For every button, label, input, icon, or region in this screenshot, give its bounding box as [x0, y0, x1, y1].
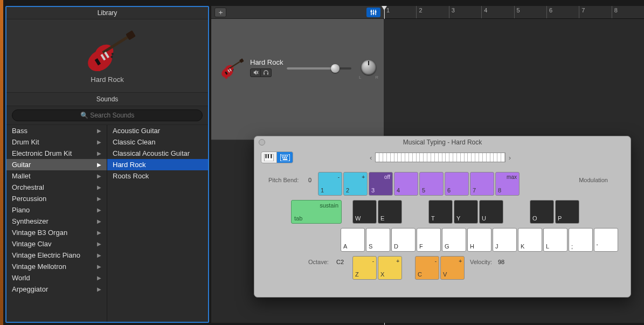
chevron-right-icon: ▶ [97, 286, 101, 292]
pitch-mod-key[interactable]: 7 [470, 172, 494, 196]
ruler-bar[interactable]: 4 [481, 6, 514, 18]
piano-view-button[interactable] [261, 151, 277, 163]
keyboard-range-selector[interactable] [375, 153, 505, 162]
velocity-label: Velocity: [470, 259, 492, 265]
library-title: Library [6, 7, 208, 19]
patch-item[interactable]: Classical Acoustic Guitar [107, 148, 208, 159]
white-key[interactable]: J [493, 228, 517, 252]
pitch-mod-key[interactable]: 4 [394, 172, 418, 196]
ruler-bar[interactable]: 3 [449, 6, 481, 18]
chevron-right-icon: ▶ [97, 173, 101, 179]
category-item[interactable]: Mallet▶ [6, 170, 107, 182]
black-key[interactable]: T [428, 200, 453, 224]
black-key[interactable]: W [352, 200, 377, 224]
category-item[interactable]: Vintage B3 Organ▶ [6, 227, 107, 238]
view-segmented-control[interactable] [261, 151, 293, 163]
solo-button[interactable] [261, 68, 272, 77]
guitar-icon [216, 52, 246, 82]
ruler-bar[interactable]: 1 [384, 6, 416, 18]
velocity-value: 98 [498, 259, 504, 265]
pitch-mod-key[interactable]: 6 [445, 172, 469, 196]
white-key[interactable]: L [543, 228, 567, 252]
white-key[interactable]: ; [569, 228, 593, 252]
sustain-key[interactable]: sustain tab [291, 200, 342, 224]
ruler-bar[interactable]: 8 [612, 6, 644, 18]
category-item[interactable]: Synthesizer▶ [6, 216, 107, 227]
ruler-bar[interactable]: 6 [546, 6, 579, 18]
library-panel: Library Hard Rock Sounds 🔍 Search Sounds… [5, 6, 209, 323]
white-key[interactable]: G [442, 228, 466, 252]
add-track-button[interactable]: ＋ [214, 8, 226, 17]
category-item[interactable]: Percussion▶ [6, 193, 107, 204]
chevron-right-icon: ▶ [97, 264, 101, 269]
category-item[interactable]: Piano▶ [6, 204, 107, 216]
volume-slider[interactable] [287, 67, 351, 70]
white-key[interactable]: D [391, 228, 416, 252]
typing-view-button[interactable] [277, 151, 293, 163]
category-item[interactable]: Arpeggiator▶ [6, 283, 107, 295]
mute-button[interactable] [250, 68, 261, 77]
patch-item[interactable]: Hard Rock [107, 159, 208, 170]
pitch-mod-key[interactable]: max8 [495, 172, 520, 196]
pitch-bend-value: 0 [308, 177, 311, 183]
white-key[interactable]: A [341, 228, 365, 252]
transpose-key[interactable]: +V [440, 256, 465, 280]
search-input[interactable]: 🔍 Search Sounds [12, 109, 203, 121]
ruler-bar[interactable]: 5 [514, 6, 546, 18]
white-key[interactable]: F [417, 228, 441, 252]
range-right-button[interactable]: › [507, 154, 513, 162]
patch-item[interactable]: Acoustic Guitar [107, 125, 208, 136]
category-item[interactable]: Orchestral▶ [6, 182, 107, 193]
chevron-right-icon: ▶ [97, 241, 101, 247]
black-key[interactable]: Y [454, 200, 478, 224]
black-key[interactable]: P [555, 200, 579, 224]
black-key[interactable]: U [479, 200, 503, 224]
octave-key[interactable]: -Z [352, 256, 377, 280]
category-list[interactable]: Bass▶Drum Kit▶Electronic Drum Kit▶Guitar… [6, 125, 107, 322]
white-key[interactable]: K [518, 228, 542, 252]
category-item[interactable]: Electronic Drum Kit▶ [6, 148, 107, 159]
keyboard-icon [280, 154, 290, 161]
pitch-mod-key[interactable]: off3 [369, 172, 393, 196]
octave-label: Octave: [308, 259, 329, 265]
white-key[interactable]: H [467, 228, 491, 252]
pitch-mod-key[interactable]: +2 [343, 172, 368, 196]
range-left-button[interactable]: ‹ [368, 154, 374, 162]
pitch-mod-key[interactable]: 5 [419, 172, 444, 196]
patch-list[interactable]: Acoustic GuitarClassic CleanClassical Ac… [107, 125, 208, 322]
category-item[interactable]: Drum Kit▶ [6, 136, 107, 148]
mixer-toggle-button[interactable] [366, 8, 380, 17]
musical-typing-window[interactable]: Musical Typing - Hard Rock ‹ › Pitch Ben… [254, 136, 631, 298]
white-key[interactable]: S [366, 228, 390, 252]
pitch-mod-key[interactable]: -1 [318, 172, 342, 196]
track-row[interactable]: Hard Rock LR [211, 19, 384, 140]
transpose-key[interactable]: -C [415, 256, 439, 280]
chevron-right-icon: ▶ [97, 275, 101, 281]
black-key[interactable]: O [530, 200, 554, 224]
category-item[interactable]: Bass▶ [6, 125, 107, 136]
patch-item[interactable]: Classic Clean [107, 136, 208, 148]
modulation-label: Modulation [579, 177, 608, 183]
pitch-bend-label: Pitch Bend: [268, 177, 299, 183]
ruler-bar[interactable]: 7 [579, 6, 611, 18]
chevron-right-icon: ▶ [97, 252, 101, 258]
patch-item[interactable]: Roots Rock [107, 170, 208, 182]
chevron-right-icon: ▶ [97, 196, 101, 202]
pan-knob[interactable] [361, 60, 376, 75]
guitar-icon [75, 28, 140, 71]
category-item[interactable]: Vintage Electric Piano▶ [6, 250, 107, 261]
octave-value: C2 [336, 259, 344, 265]
category-item[interactable]: Vintage Clav▶ [6, 238, 107, 250]
track-name: Hard Rock [250, 58, 283, 66]
category-item[interactable]: World▶ [6, 272, 107, 283]
category-item[interactable]: Guitar▶ [6, 159, 107, 170]
ruler-bar[interactable]: 2 [416, 6, 448, 18]
octave-key[interactable]: +X [378, 256, 402, 280]
close-button[interactable] [259, 139, 265, 146]
white-key[interactable]: ' [594, 228, 618, 252]
timeline-ruler[interactable]: 12345678 [384, 6, 644, 19]
black-key[interactable]: E [378, 200, 402, 224]
chevron-right-icon: ▶ [97, 150, 101, 156]
category-item[interactable]: Vintage Mellotron▶ [6, 261, 107, 272]
sounds-header: Sounds [6, 93, 208, 106]
